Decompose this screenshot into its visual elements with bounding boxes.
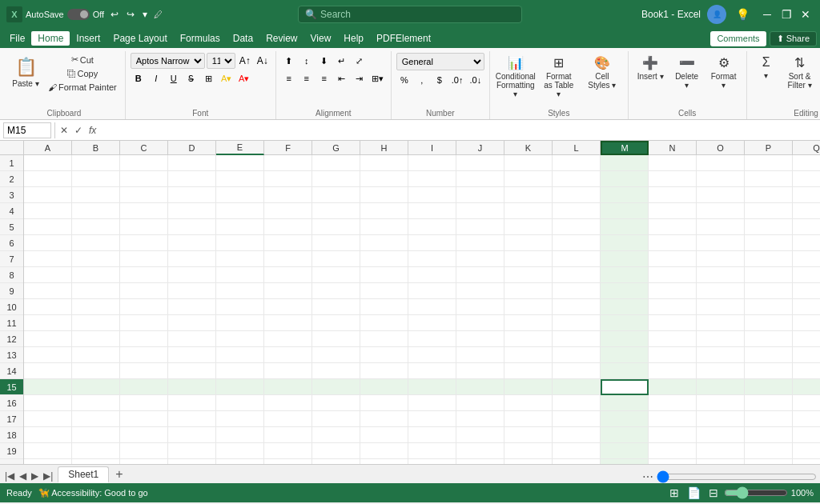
cell-H10[interactable] [360,299,408,315]
cell-F11[interactable] [264,315,312,331]
col-header-B[interactable]: B [72,141,120,155]
col-header-P[interactable]: P [745,141,793,155]
cell-J12[interactable] [456,331,504,347]
cell-I14[interactable] [408,363,456,379]
cell-C5[interactable] [120,219,168,235]
row-num-9[interactable]: 9 [0,283,23,299]
cell-B4[interactable] [72,203,120,219]
cell-M9[interactable] [601,283,649,299]
cell-N11[interactable] [649,315,697,331]
cell-I1[interactable] [408,155,456,171]
row-num-14[interactable]: 14 [0,363,23,379]
decrease-indent-button[interactable]: ⇤ [334,70,350,86]
cell-E20[interactable] [216,459,264,464]
bold-button[interactable]: B [131,70,147,86]
cell-L9[interactable] [553,283,601,299]
cell-A4[interactable] [24,203,72,219]
cell-J5[interactable] [456,219,504,235]
cell-D5[interactable] [168,219,216,235]
align-center-button[interactable]: ≡ [299,70,315,86]
cell-K4[interactable] [504,203,553,219]
cell-N6[interactable] [649,235,697,251]
cell-D3[interactable] [168,187,216,203]
cell-B2[interactable] [72,171,120,187]
cell-L18[interactable] [553,427,601,443]
cell-Q4[interactable] [793,203,820,219]
cell-E7[interactable] [216,251,264,267]
cell-M3[interactable] [601,187,649,203]
cell-Q20[interactable] [793,459,820,464]
cell-K3[interactable] [504,187,553,203]
cell-J6[interactable] [456,235,504,251]
cell-Q8[interactable] [793,267,820,283]
cell-H1[interactable] [360,155,408,171]
col-header-Q[interactable]: Q [793,141,820,155]
cell-A3[interactable] [24,187,72,203]
cell-D1[interactable] [168,155,216,171]
cell-L7[interactable] [553,251,601,267]
cell-J13[interactable] [456,347,504,363]
merge-button[interactable]: ⊞▾ [369,70,386,86]
cell-B12[interactable] [72,331,120,347]
cell-F7[interactable] [264,251,312,267]
cell-O3[interactable] [697,187,745,203]
cell-A17[interactable] [24,411,72,427]
cell-I11[interactable] [408,315,456,331]
cell-N10[interactable] [649,299,697,315]
cell-B11[interactable] [72,315,120,331]
accounting-button[interactable]: $ [432,72,448,88]
cell-B10[interactable] [72,299,120,315]
cell-B19[interactable] [72,443,120,459]
col-header-L[interactable]: L [553,141,601,155]
col-header-F[interactable]: F [264,141,312,155]
cell-N8[interactable] [649,267,697,283]
menu-data[interactable]: Data [227,31,259,46]
paste-button[interactable]: 📋 Paste ▾ [8,53,43,92]
cell-L17[interactable] [553,411,601,427]
cell-O8[interactable] [697,267,745,283]
insert-button[interactable]: ➕ Insert ▾ [633,53,668,83]
cell-J11[interactable] [456,315,504,331]
cell-L5[interactable] [553,219,601,235]
menu-pdfelement[interactable]: PDFElement [370,31,437,46]
cell-G1[interactable] [312,155,360,171]
cell-G9[interactable] [312,283,360,299]
cell-Q18[interactable] [793,427,820,443]
cell-B18[interactable] [72,427,120,443]
cell-O19[interactable] [697,443,745,459]
cell-D11[interactable] [168,315,216,331]
font-shrink-button[interactable]: A↓ [255,53,271,69]
cell-E1[interactable] [216,155,264,171]
cell-Q13[interactable] [793,347,820,363]
cell-I12[interactable] [408,331,456,347]
cell-Q2[interactable] [793,171,820,187]
cell-D19[interactable] [168,443,216,459]
cell-P12[interactable] [745,331,793,347]
cell-C1[interactable] [120,155,168,171]
cell-Q11[interactable] [793,315,820,331]
cell-Q14[interactable] [793,363,820,379]
cell-C16[interactable] [120,395,168,411]
cell-P16[interactable] [745,395,793,411]
strikethrough-button[interactable]: S̶ [183,70,199,86]
row-num-13[interactable]: 13 [0,347,23,363]
cell-H9[interactable] [360,283,408,299]
cell-F20[interactable] [264,459,312,464]
cell-K11[interactable] [504,315,553,331]
cell-N7[interactable] [649,251,697,267]
row-num-20[interactable]: 20 [0,459,23,464]
cell-P14[interactable] [745,363,793,379]
cell-C2[interactable] [120,171,168,187]
cell-E3[interactable] [216,187,264,203]
cell-L1[interactable] [553,155,601,171]
cell-G10[interactable] [312,299,360,315]
menu-file[interactable]: File [3,31,31,46]
restore-button[interactable]: ❐ [778,6,794,22]
cell-A15[interactable] [24,379,72,395]
cell-M8[interactable] [601,267,649,283]
cell-J7[interactable] [456,251,504,267]
font-grow-button[interactable]: A↑ [237,53,253,69]
cell-K10[interactable] [504,299,553,315]
cell-K15[interactable] [504,379,553,395]
cell-E14[interactable] [216,363,264,379]
